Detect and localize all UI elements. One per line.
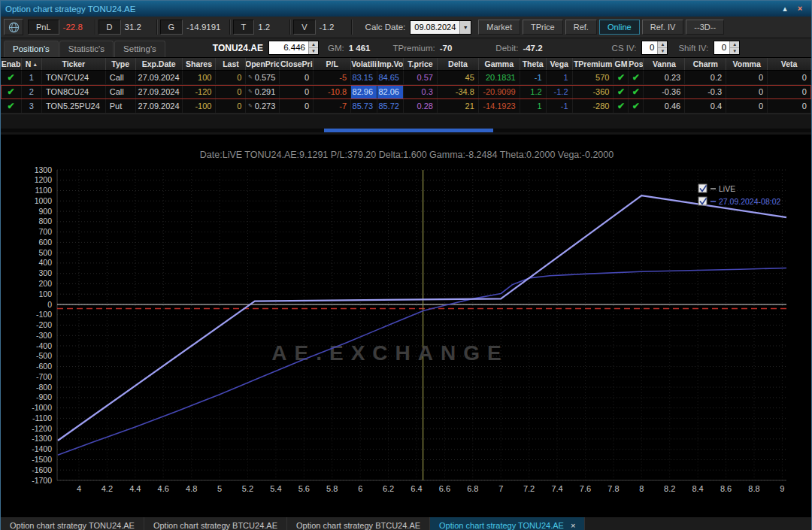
column-header-vega[interactable]: Vega <box>547 58 573 70</box>
chevron-down-icon[interactable]: ▼ <box>459 21 471 34</box>
column-header-vanna[interactable]: Vanna <box>644 58 685 70</box>
column-header-volatili[interactable]: Volatili <box>351 58 377 70</box>
enabled-toggle[interactable]: ✔ <box>1 71 22 84</box>
tab-position-s[interactable]: Position's <box>4 41 59 57</box>
column-header-vomma[interactable]: Vomma <box>726 58 768 70</box>
title-bar: Option chart strategy TONU24.AE ▴ × <box>1 1 811 17</box>
svg-text:4.2: 4.2 <box>102 484 113 493</box>
bottom-tab-4[interactable]: Option chart strategy TONU24.AE× <box>430 517 585 530</box>
tab-statistic-s[interactable]: Statistic's <box>59 41 114 57</box>
bottom-tab-1[interactable]: Option chart strategy TONU24.AE <box>1 517 144 530</box>
toolbar-button-3d[interactable]: --3D-- <box>686 20 724 35</box>
tpremium-label: TPremium: <box>392 44 435 53</box>
position-row-ton5-25pu24[interactable]: ✔3TON5.25PU24Put27.09.2024-1000✎0.2730-7… <box>1 99 811 114</box>
spin-up-icon[interactable]: ▲ <box>658 41 667 48</box>
close-tab-icon[interactable]: × <box>571 521 575 530</box>
pos-toggle[interactable]: ✔ <box>629 85 644 98</box>
column-header-p-l[interactable]: P/L <box>314 58 351 70</box>
calc-date-select[interactable]: 09.08.2024 ▼ <box>410 20 471 35</box>
bottom-tab-3[interactable]: Option chart strategy BTCU24.AE <box>287 517 430 530</box>
column-header-shares[interactable]: Shares <box>183 58 217 70</box>
scrollbar-thumb[interactable] <box>324 129 493 132</box>
toolbar-button-ref-iv[interactable]: Ref. IV <box>642 20 684 35</box>
bottom-tab-label: Option chart strategy BTCU24.AE <box>153 521 277 530</box>
horizontal-scrollbar[interactable] <box>1 129 811 132</box>
spin-up-icon[interactable]: ▲ <box>309 41 318 48</box>
cs-iv-stepper[interactable]: 0 ▲▼ <box>641 41 668 55</box>
cell-pl: -7 <box>314 99 351 113</box>
spin-down-icon[interactable]: ▼ <box>658 48 667 54</box>
column-header-charm[interactable]: Charm <box>685 58 726 70</box>
enabled-toggle[interactable]: ✔ <box>1 85 22 98</box>
svg-text:7.6: 7.6 <box>580 484 591 493</box>
shift-iv-stepper[interactable]: 0 ▲▼ <box>714 41 740 55</box>
svg-text:-1400: -1400 <box>32 444 52 453</box>
close-icon[interactable]: × <box>793 3 807 15</box>
cell-ticker: TON5.25PU24 <box>42 99 106 113</box>
pos-toggle[interactable]: ✔ <box>629 71 644 84</box>
price-stepper[interactable]: 6.446 ▲▼ <box>268 41 319 55</box>
gm-toggle[interactable]: ✔ <box>614 99 629 113</box>
svg-text:7: 7 <box>498 484 503 493</box>
cell-open_price[interactable]: ✎0.273 <box>246 99 280 113</box>
main-toolbar: PnL-22.8D31.2G-14.9191T1.2V-1.2 Calc Dat… <box>1 17 811 38</box>
column-header-n[interactable]: N▲ <box>22 58 42 70</box>
column-header-enab[interactable]: Enab <box>1 58 22 70</box>
cell-vega: -1 <box>547 99 573 113</box>
strategy-chart-svg[interactable]: 44.24.44.64.855.25.45.65.866.26.46.66.87… <box>1 135 812 513</box>
bottom-tab-2[interactable]: Option chart strategy BTCU24.AE <box>144 517 287 530</box>
position-row-ton7cu24[interactable]: ✔1TON7CU24Call27.09.20241000✎0.5750-583.… <box>1 71 811 85</box>
tab-setting-s[interactable]: Setting's <box>114 41 165 57</box>
cell-n: 2 <box>22 85 42 98</box>
column-header-gm[interactable]: GM <box>614 58 629 70</box>
pos-toggle[interactable]: ✔ <box>629 99 644 113</box>
toolbar-button-ref[interactable]: Ref. <box>565 20 597 35</box>
column-header-type[interactable]: Type <box>106 58 136 70</box>
column-header-ticker[interactable]: Ticker <box>42 58 106 70</box>
cell-pl: -10.8 <box>314 85 351 98</box>
toolbar-button-online[interactable]: Online <box>599 20 640 35</box>
toolbar-button-market[interactable]: Market <box>478 20 520 35</box>
column-header-closepri[interactable]: ClosePri <box>280 58 314 70</box>
globe-button[interactable] <box>4 19 23 35</box>
column-header-tpremium[interactable]: TPremium <box>573 58 614 70</box>
stat-label-v: V <box>293 20 315 35</box>
cell-t_price: 0.57 <box>404 71 438 84</box>
toolbar-button-tprice[interactable]: TPrice <box>523 20 563 35</box>
column-header-t-price[interactable]: T.price <box>404 58 438 70</box>
svg-text:100: 100 <box>38 289 52 298</box>
stat-value-t: 1.2 <box>254 23 287 32</box>
spin-down-icon[interactable]: ▼ <box>309 48 318 54</box>
enabled-toggle[interactable]: ✔ <box>1 99 22 113</box>
collapse-icon[interactable]: ▴ <box>778 3 792 15</box>
column-header-veta[interactable]: Veta <box>768 58 811 70</box>
cell-open_price[interactable]: ✎0.575 <box>246 71 280 84</box>
cell-theta: 1.2 <box>520 85 547 98</box>
svg-text:900: 900 <box>38 207 52 216</box>
check-icon: ✔ <box>7 101 14 111</box>
column-header-pos[interactable]: Pos <box>629 58 644 70</box>
svg-text:5: 5 <box>217 484 222 493</box>
cell-open_price[interactable]: ✎0.291 <box>246 85 280 98</box>
gm-toggle[interactable]: ✔ <box>614 71 629 84</box>
column-header-exp-date[interactable]: Exp.Date <box>136 58 183 70</box>
column-header-openpric[interactable]: OpenPric <box>246 58 280 70</box>
cell-tpremium: -280 <box>573 99 614 113</box>
cell-charm: -0.3 <box>685 85 726 98</box>
spin-up-icon[interactable]: ▲ <box>730 41 739 48</box>
column-header-last[interactable]: Last <box>216 58 246 70</box>
spin-down-icon[interactable]: ▼ <box>730 48 739 54</box>
cell-imp_vol: 85.72 <box>377 99 404 113</box>
bottom-tab-label: Option chart strategy BTCU24.AE <box>296 521 420 530</box>
column-header-gamma[interactable]: Gamma <box>479 58 520 70</box>
cell-vomma: 0 <box>726 99 768 113</box>
position-row-ton8cu24[interactable]: ✔2TON8CU24Call27.09.2024-1200✎0.2910-10.… <box>1 85 811 99</box>
debit-label: Debit: <box>495 44 518 53</box>
column-header-delta[interactable]: Delta <box>438 58 479 70</box>
column-header-imp-vo[interactable]: Imp.Vo <box>377 58 404 70</box>
column-header-theta[interactable]: Theta <box>520 58 547 70</box>
strategy-chart[interactable]: 44.24.44.64.855.25.45.65.866.26.46.66.87… <box>1 135 811 516</box>
stat-value-g: -14.9191 <box>183 23 226 32</box>
gm-toggle[interactable]: ✔ <box>614 85 629 98</box>
svg-text:7.2: 7.2 <box>523 484 535 493</box>
